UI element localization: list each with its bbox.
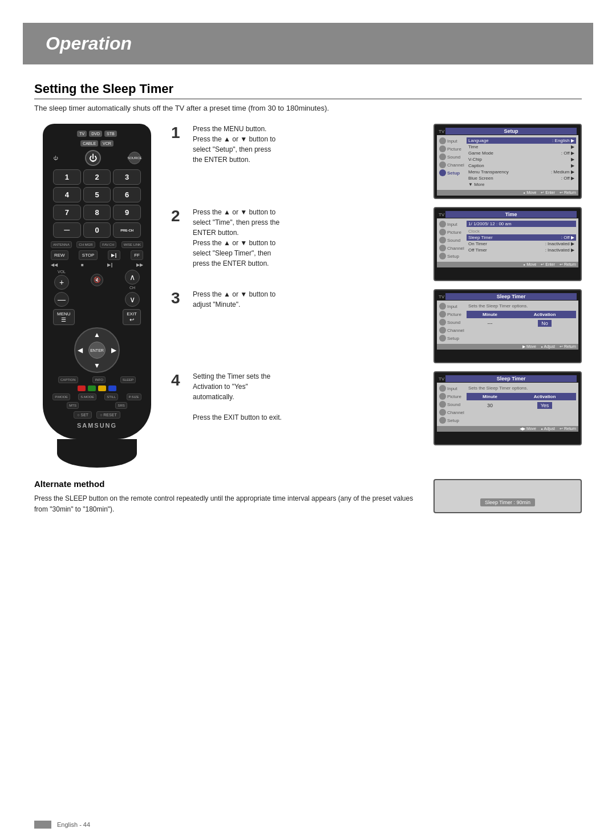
steps-area: 1 Press the MENU button. Press the ▲ or … bbox=[171, 124, 582, 468]
ch-mgr-button[interactable]: CH MGR bbox=[76, 241, 95, 248]
vcr-button[interactable]: VCR bbox=[100, 140, 114, 147]
num-dash[interactable]: — bbox=[53, 222, 81, 238]
footer-page-indicator bbox=[34, 821, 51, 829]
caption-button[interactable]: CAPTION bbox=[58, 376, 78, 383]
rew-button[interactable]: REW bbox=[51, 250, 68, 260]
tv-screen-setup: TV Setup Input Picture Sound bbox=[433, 124, 582, 199]
step-2-text: Press the ▲ or ▼ button to select "Time"… bbox=[193, 207, 425, 269]
blue-button[interactable] bbox=[108, 385, 116, 391]
num-1[interactable]: 1 bbox=[53, 169, 81, 185]
sleep-timer-display: Sleep Timer : 90min bbox=[433, 479, 582, 513]
set-button[interactable]: ○ SET bbox=[74, 411, 92, 419]
intro-text: The sleep timer automatically shuts off … bbox=[34, 104, 582, 112]
step-3-text: Press the ▲ or ▼ button to adjust "Minut… bbox=[193, 289, 425, 310]
enter-button[interactable]: ENTER bbox=[88, 342, 106, 359]
remote-cable-vcr: CABLE VCR bbox=[48, 140, 145, 147]
nav-right-button[interactable]: ▶ bbox=[111, 346, 116, 354]
red-button[interactable] bbox=[78, 385, 86, 391]
nav-up-button[interactable]: ▲ bbox=[94, 331, 100, 339]
sleep1-subtitle: Sets the Sleep Timer options. bbox=[467, 303, 576, 309]
num-0[interactable]: 0 bbox=[83, 222, 111, 238]
caption-row: CAPTION INFO SLEEP bbox=[48, 376, 145, 383]
color-buttons bbox=[48, 385, 145, 391]
transport-row: REW STOP ▶‖ FF bbox=[48, 250, 145, 260]
vol-down-button[interactable]: — bbox=[54, 292, 69, 307]
header-bar: Operation bbox=[23, 23, 593, 64]
antenna-row: ANTENNA CH MGR FAV.CH WISE LINK bbox=[48, 241, 145, 248]
num-2[interactable]: 2 bbox=[83, 169, 111, 185]
cable-button[interactable]: CABLE bbox=[80, 140, 98, 147]
exit-button[interactable]: EXIT↩ bbox=[123, 309, 141, 325]
num-6[interactable]: 6 bbox=[113, 187, 141, 202]
number-grid: 1 2 3 4 5 6 7 8 9 — 0 PRE-CH bbox=[48, 169, 145, 238]
favch-button[interactable]: FAV.CH bbox=[100, 241, 116, 248]
srs-button[interactable]: SRS bbox=[115, 402, 127, 409]
num-3[interactable]: 3 bbox=[113, 169, 141, 185]
source-button[interactable]: SOURCE bbox=[128, 152, 141, 164]
mts-button[interactable]: MTS bbox=[67, 402, 79, 409]
num-7[interactable]: 7 bbox=[53, 205, 81, 220]
reset-button[interactable]: ○ RESET bbox=[96, 411, 120, 419]
step-2-number: 2 bbox=[171, 208, 185, 224]
info-button[interactable]: INFO bbox=[92, 376, 105, 383]
play-pause-button[interactable]: ▶‖ bbox=[108, 250, 120, 260]
smode-button[interactable]: S.MODE bbox=[78, 393, 96, 400]
alternate-body: Press the SLEEP button on the remote con… bbox=[34, 493, 422, 515]
green-button[interactable] bbox=[88, 385, 96, 391]
num-4[interactable]: 4 bbox=[53, 187, 81, 202]
stb-button[interactable]: STB bbox=[104, 131, 117, 137]
menu-exit-row: MENU☰ EXIT↩ bbox=[48, 309, 145, 325]
ch-down-button[interactable]: ∨ bbox=[125, 292, 140, 307]
sleep2-screen-title: Sleep Timer bbox=[445, 375, 577, 382]
num-9[interactable]: 9 bbox=[113, 205, 141, 220]
power-row: ⏻ ⏻ SOURCE bbox=[48, 150, 145, 166]
sleep2-minute: 30 bbox=[467, 400, 513, 411]
psize-button[interactable]: P.SIZE bbox=[127, 393, 141, 400]
wise-link-button[interactable]: WISE LINK bbox=[121, 241, 143, 248]
pmode-row: P.MODE S.MODE STILL P.SIZE bbox=[48, 393, 145, 400]
dvd-button[interactable]: DVD bbox=[89, 131, 102, 137]
sleep2-subtitle: Sets the Sleep Timer options. bbox=[467, 385, 576, 391]
alternate-section: Alternate method Press the SLEEP button … bbox=[34, 479, 582, 515]
footer-bar: English - 44 bbox=[0, 821, 616, 829]
mute-button[interactable]: 🔇 bbox=[91, 274, 103, 286]
nav-left-button[interactable]: ◀ bbox=[78, 346, 83, 354]
remote-top-buttons: TV DVD STB bbox=[48, 131, 145, 137]
tv-screen-time: TV Time Input Picture Sound bbox=[433, 207, 582, 281]
set-reset-row: ○ SET ○ RESET bbox=[48, 411, 145, 419]
step-2-row: 2 Press the ▲ or ▼ button to select "Tim… bbox=[171, 207, 582, 281]
ch-up-button[interactable]: ∧ bbox=[125, 270, 140, 285]
pmode-button[interactable]: P.MODE bbox=[52, 393, 70, 400]
num-5[interactable]: 5 bbox=[83, 187, 111, 202]
transport-symbols: ◀◀ ■ ▶‖ ▶▶ bbox=[48, 262, 145, 267]
tv-screen-sleep1: TV Sleep Timer Input Picture S bbox=[433, 289, 582, 363]
vol-up-button[interactable]: + bbox=[54, 275, 69, 290]
step-3-number: 3 bbox=[171, 290, 185, 306]
sleep-button[interactable]: SLEEP bbox=[120, 376, 136, 383]
num-8[interactable]: 8 bbox=[83, 205, 111, 220]
yellow-button[interactable] bbox=[98, 385, 106, 391]
step-4-number: 4 bbox=[171, 372, 185, 388]
sleep2-activation: Yes bbox=[537, 402, 553, 409]
power-button[interactable]: ⏻ bbox=[85, 150, 101, 166]
setup-screen-title: Setup bbox=[445, 128, 577, 135]
alternate-text: Alternate method Press the SLEEP button … bbox=[34, 479, 422, 515]
sleep1-minute: --- bbox=[467, 318, 513, 328]
menu-button[interactable]: MENU☰ bbox=[53, 309, 75, 325]
sleep1-screen-title: Sleep Timer bbox=[445, 293, 577, 300]
content-area: TV DVD STB CABLE VCR ⏻ ⏻ SOURCE 1 2 bbox=[34, 124, 582, 468]
tv-screen-sleep2: TV Sleep Timer Input Picture S bbox=[433, 371, 582, 445]
nav-down-button[interactable]: ▼ bbox=[94, 362, 100, 370]
num-prech[interactable]: PRE-CH bbox=[113, 222, 141, 238]
stop-button[interactable]: STOP bbox=[79, 250, 98, 260]
step-1-text: Press the MENU button. Press the ▲ or ▼ … bbox=[193, 124, 425, 165]
mts-row: MTS SRS bbox=[48, 402, 145, 409]
power-label: ⏻ bbox=[53, 156, 58, 161]
still-button[interactable]: STILL bbox=[104, 393, 118, 400]
step-4-row: 4 Setting the Timer sets the Activation … bbox=[171, 371, 582, 445]
step-1-row: 1 Press the MENU button. Press the ▲ or … bbox=[171, 124, 582, 199]
antenna-button[interactable]: ANTENNA bbox=[51, 241, 72, 248]
samsung-logo: SAMSUNG bbox=[48, 422, 145, 429]
ff-button[interactable]: FF bbox=[131, 250, 143, 260]
tv-button[interactable]: TV bbox=[77, 131, 87, 137]
